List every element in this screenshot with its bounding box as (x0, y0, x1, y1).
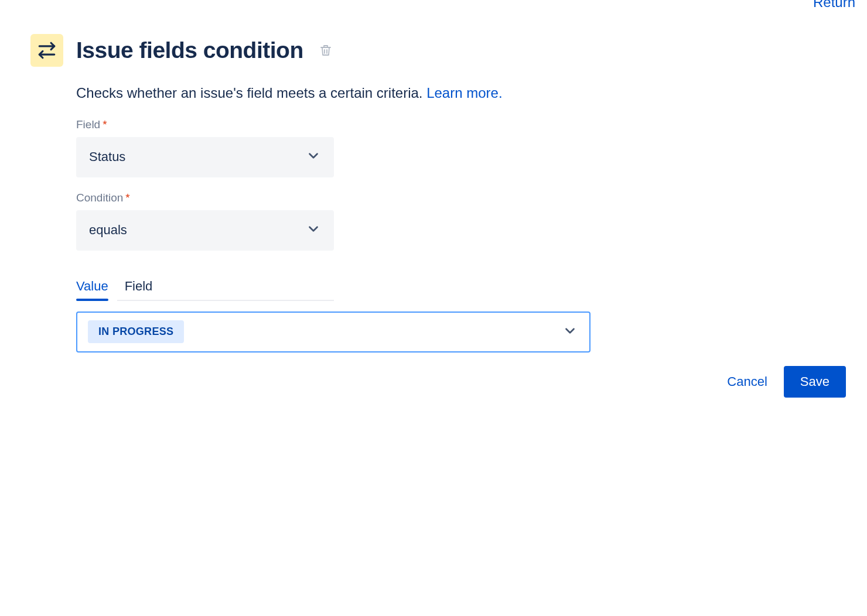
field-group-condition: Condition* equals (76, 191, 733, 251)
value-field-tabs: Value Field (76, 279, 334, 301)
value-select[interactable]: IN PROGRESS (76, 312, 590, 353)
footer-actions: Cancel Save (727, 366, 846, 398)
learn-more-link[interactable]: Learn more. (426, 85, 502, 101)
condition-select-value: equals (89, 223, 127, 238)
condition-config-panel: Issue fields condition Checks whether an… (30, 34, 733, 353)
required-asterisk: * (103, 118, 107, 131)
condition-select[interactable]: equals (76, 210, 334, 251)
condition-icon (30, 34, 63, 67)
cancel-button[interactable]: Cancel (727, 374, 767, 389)
condition-label: Condition* (76, 191, 733, 204)
chevron-down-icon (306, 148, 321, 166)
return-link[interactable]: Return (813, 0, 855, 11)
status-lozenge-in-progress: IN PROGRESS (88, 320, 184, 343)
delete-icon[interactable] (319, 43, 333, 57)
tab-field[interactable]: Field (125, 279, 153, 294)
field-label: Field* (76, 118, 733, 131)
required-asterisk: * (125, 191, 129, 204)
description: Checks whether an issue's field meets a … (76, 83, 733, 103)
field-select-value: Status (89, 149, 125, 165)
field-select[interactable]: Status (76, 137, 334, 177)
page-title: Issue fields condition (76, 37, 303, 63)
field-group-field: Field* Status (76, 118, 733, 177)
description-text: Checks whether an issue's field meets a … (76, 85, 426, 101)
chevron-down-icon (562, 323, 578, 341)
chevron-down-icon (306, 221, 321, 239)
header-row: Issue fields condition (30, 34, 733, 67)
save-button[interactable]: Save (784, 366, 846, 398)
field-label-text: Field (76, 118, 100, 131)
condition-label-text: Condition (76, 191, 123, 204)
content-area: Checks whether an issue's field meets a … (30, 83, 733, 353)
tab-value[interactable]: Value (76, 279, 108, 294)
